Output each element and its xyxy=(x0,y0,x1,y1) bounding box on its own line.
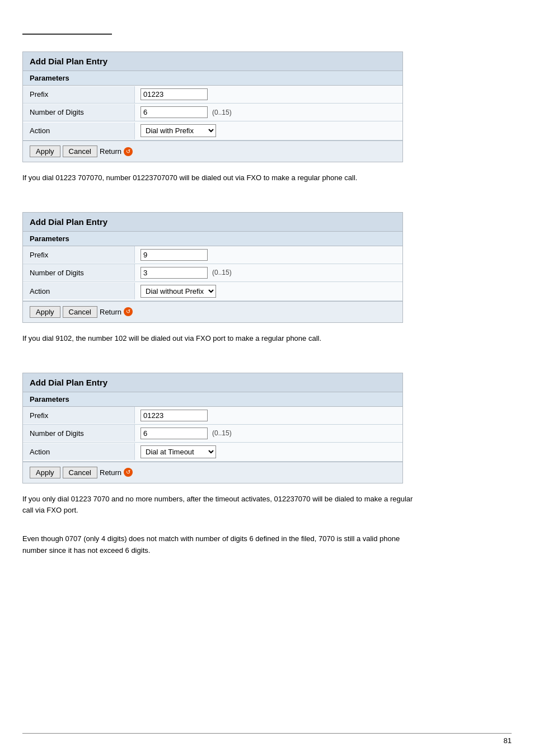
panel-2-return-icon: ↺ xyxy=(124,307,133,316)
panel-2-prefix-row: Prefix xyxy=(23,246,402,264)
panel-3-prefix-row: Prefix xyxy=(23,407,402,425)
panel-2-apply-button[interactable]: Apply xyxy=(30,306,60,318)
panel-3-apply-button[interactable]: Apply xyxy=(30,467,60,478)
panel-2-description: If you dial 9102, the number 102 will be… xyxy=(22,333,425,345)
panel-3-title: Add Dial Plan Entry xyxy=(23,373,402,392)
panel-1-return-label: Return xyxy=(100,147,121,156)
panel-1-digits-value: (0..15) xyxy=(135,104,402,121)
panel-2-action-row: Action Dial with Prefix Dial without Pre… xyxy=(23,282,402,301)
panel-1: Add Dial Plan Entry Parameters Prefix Nu… xyxy=(22,51,403,162)
panel-3-action-select[interactable]: Dial with Prefix Dial without Prefix Dia… xyxy=(140,445,216,458)
panel-1-action-label: Action xyxy=(23,123,135,139)
panel-2-prefix-label: Prefix xyxy=(23,246,135,263)
panel-2-subtitle: Parameters xyxy=(23,232,402,246)
panel-1-digits-row: Number of Digits (0..15) xyxy=(23,104,402,121)
panel-3-return-label: Return xyxy=(100,468,121,477)
bottom-divider xyxy=(22,733,512,734)
panel-2-digits-hint: (0..15) xyxy=(212,269,232,276)
panel-2-action-value: Dial with Prefix Dial without Prefix Dia… xyxy=(135,282,402,300)
panel-3-return-button[interactable]: Return↺ xyxy=(100,468,133,477)
panel-3-action-value: Dial with Prefix Dial without Prefix Dia… xyxy=(135,443,402,461)
panel-3-action-label: Action xyxy=(23,443,135,460)
panel-1-return-button[interactable]: Return↺ xyxy=(100,147,133,156)
panel-3-prefix-label: Prefix xyxy=(23,407,135,424)
panel-1-prefix-row: Prefix xyxy=(23,86,402,104)
panel-2-return-button[interactable]: Return↺ xyxy=(100,307,133,316)
page-number: 81 xyxy=(504,736,512,745)
panel-3-digits-hint: (0..15) xyxy=(212,429,232,437)
panel-3-return-icon: ↺ xyxy=(124,468,133,477)
panel-2-digits-input[interactable] xyxy=(140,267,208,279)
panel-3-action-row: Action Dial with Prefix Dial without Pre… xyxy=(23,443,402,462)
panel-2-prefix-input[interactable] xyxy=(140,249,208,261)
panel-2-action-label: Action xyxy=(23,283,135,299)
panel-3-digits-row: Number of Digits (0..15) xyxy=(23,425,402,443)
panel-2-title: Add Dial Plan Entry xyxy=(23,213,402,232)
panel-3-digits-input[interactable] xyxy=(140,428,208,439)
panel-3-footer: Apply Cancel Return↺ xyxy=(23,462,402,483)
panel-1-action-row: Action Dial with Prefix Dial without Pre… xyxy=(23,121,402,140)
panel-1-apply-button[interactable]: Apply xyxy=(30,145,60,157)
panel-1-prefix-input[interactable] xyxy=(140,88,208,100)
panel-2-action-select[interactable]: Dial with Prefix Dial without Prefix Dia… xyxy=(140,285,216,298)
panel-1-digits-input[interactable] xyxy=(140,106,208,118)
section-divider xyxy=(22,34,112,35)
panel-3-prefix-value xyxy=(135,407,402,424)
panel-2-digits-value: (0..15) xyxy=(135,264,402,281)
panel-3-description-1: If you only dial 01223 7070 and no more … xyxy=(22,494,425,517)
panel-2-digits-row: Number of Digits (0..15) xyxy=(23,264,402,282)
panel-2-footer: Apply Cancel Return↺ xyxy=(23,301,402,322)
panel-3-digits-value: (0..15) xyxy=(135,425,402,442)
panel-2-prefix-value xyxy=(135,246,402,264)
panel-1-digits-label: Number of Digits xyxy=(23,104,135,121)
panel-1-action-select[interactable]: Dial with Prefix Dial without Prefix Dia… xyxy=(140,124,216,137)
panel-1-description: If you dial 01223 707070, number 0122370… xyxy=(22,172,425,184)
panel-3-subtitle: Parameters xyxy=(23,392,402,407)
panel-2-digits-label: Number of Digits xyxy=(23,264,135,281)
panel-1-prefix-label: Prefix xyxy=(23,86,135,103)
panel-1-action-value: Dial with Prefix Dial without Prefix Dia… xyxy=(135,121,402,140)
panel-2: Add Dial Plan Entry Parameters Prefix Nu… xyxy=(22,212,403,323)
panel-1-subtitle: Parameters xyxy=(23,71,402,86)
panel-1-digits-hint: (0..15) xyxy=(212,109,232,116)
panel-1-cancel-button[interactable]: Cancel xyxy=(63,145,97,157)
panel-3-prefix-input[interactable] xyxy=(140,410,208,421)
panel-2-return-label: Return xyxy=(100,308,121,316)
panel-2-cancel-button[interactable]: Cancel xyxy=(63,306,97,318)
panel-1-return-icon: ↺ xyxy=(124,147,133,156)
panel-1-prefix-value xyxy=(135,86,402,103)
panel-1-footer: Apply Cancel Return↺ xyxy=(23,140,402,162)
panel-3-digits-label: Number of Digits xyxy=(23,425,135,442)
panel-3-cancel-button[interactable]: Cancel xyxy=(63,467,97,478)
panel-1-title: Add Dial Plan Entry xyxy=(23,52,402,71)
panel-3-description-2: Even though 0707 (only 4 digits) does no… xyxy=(22,533,425,557)
panel-3: Add Dial Plan Entry Parameters Prefix Nu… xyxy=(22,373,403,483)
